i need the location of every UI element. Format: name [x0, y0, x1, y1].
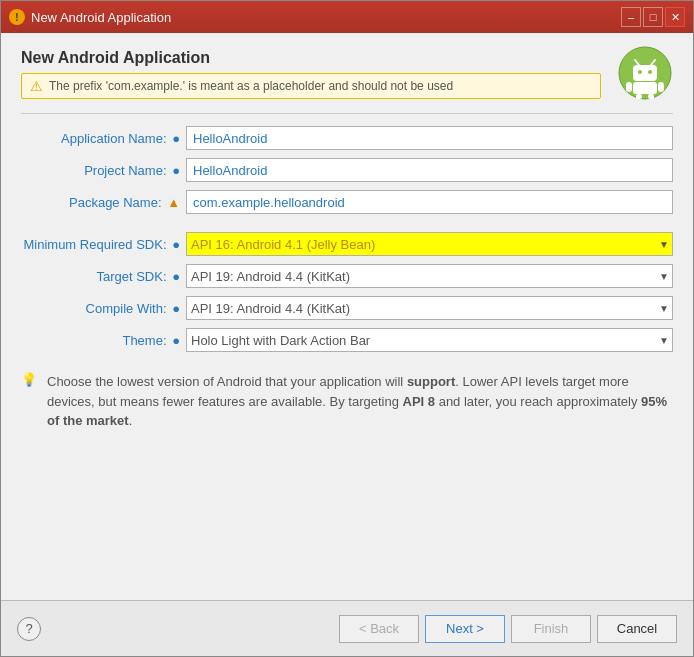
app-icon: !	[9, 9, 25, 25]
bottom-left: ?	[17, 617, 41, 641]
title-bar: ! New Android Application – □ ✕	[1, 1, 693, 33]
title-bar-left: ! New Android Application	[9, 9, 171, 25]
project-name-row: Project Name: ●	[21, 158, 673, 182]
compile-with-label: Compile With: ●	[21, 301, 186, 316]
target-sdk-row: Target SDK: ● API 19: Android 4.4 (KitKa…	[21, 264, 673, 288]
main-window: ! New Android Application – □ ✕ New Andr…	[0, 0, 694, 657]
maximize-button[interactable]: □	[643, 7, 663, 27]
min-sdk-wrapper: API 16: Android 4.1 (Jelly Bean) ▼	[186, 232, 673, 256]
min-sdk-row: Minimum Required SDK: ● API 16: Android …	[21, 232, 673, 256]
header-separator	[21, 113, 673, 114]
help-text: Choose the lowest version of Android tha…	[47, 372, 673, 431]
help-button[interactable]: ?	[17, 617, 41, 641]
target-sdk-label: Target SDK: ●	[21, 269, 186, 284]
svg-point-2	[638, 70, 642, 74]
close-button[interactable]: ✕	[665, 7, 685, 27]
android-logo	[617, 45, 673, 101]
project-name-input[interactable]	[186, 158, 673, 182]
compile-with-select[interactable]: API 19: Android 4.4 (KitKat)	[186, 296, 673, 320]
theme-row: Theme: ● Holo Light with Dark Action Bar…	[21, 328, 673, 352]
window-controls: – □ ✕	[621, 7, 685, 27]
header-row: New Android Application ⚠ The prefix 'co…	[21, 49, 673, 101]
warning-icon: ⚠	[30, 78, 43, 94]
svg-rect-6	[633, 82, 657, 94]
warning-text: The prefix 'com.example.' is meant as a …	[49, 79, 453, 93]
compile-with-wrapper: API 19: Android 4.4 (KitKat) ▼	[186, 296, 673, 320]
window-title: New Android Application	[31, 10, 171, 25]
form-area: Application Name: ● Project Name: ● Pack…	[21, 126, 673, 360]
content-area: New Android Application ⚠ The prefix 'co…	[1, 33, 693, 600]
min-sdk-select[interactable]: API 16: Android 4.1 (Jelly Bean)	[186, 232, 673, 256]
svg-rect-9	[636, 94, 642, 99]
project-name-label: Project Name: ●	[21, 163, 186, 178]
svg-rect-10	[648, 94, 654, 99]
theme-label: Theme: ●	[21, 333, 186, 348]
finish-button[interactable]: Finish	[511, 615, 591, 643]
package-name-label: Package Name: ▲	[21, 195, 186, 210]
min-sdk-label: Minimum Required SDK: ●	[21, 237, 186, 252]
next-button[interactable]: Next >	[425, 615, 505, 643]
target-sdk-wrapper: API 19: Android 4.4 (KitKat) ▼	[186, 264, 673, 288]
back-button[interactable]: < Back	[339, 615, 419, 643]
bottom-right: < Back Next > Finish Cancel	[339, 615, 677, 643]
cancel-button[interactable]: Cancel	[597, 615, 677, 643]
minimize-button[interactable]: –	[621, 7, 641, 27]
app-name-input[interactable]	[186, 126, 673, 150]
header-info: New Android Application ⚠ The prefix 'co…	[21, 49, 601, 99]
bottom-bar: ? < Back Next > Finish Cancel	[1, 600, 693, 656]
app-name-label: Application Name: ●	[21, 131, 186, 146]
svg-point-3	[648, 70, 652, 74]
theme-wrapper: Holo Light with Dark Action Bar ▼	[186, 328, 673, 352]
target-sdk-select[interactable]: API 19: Android 4.4 (KitKat)	[186, 264, 673, 288]
warning-bar: ⚠ The prefix 'com.example.' is meant as …	[21, 73, 601, 99]
svg-rect-1	[633, 65, 657, 81]
page-title: New Android Application	[21, 49, 601, 67]
compile-with-row: Compile With: ● API 19: Android 4.4 (Kit…	[21, 296, 673, 320]
svg-rect-8	[658, 82, 664, 92]
app-name-row: Application Name: ●	[21, 126, 673, 150]
svg-rect-7	[626, 82, 632, 92]
package-name-input[interactable]	[186, 190, 673, 214]
theme-select[interactable]: Holo Light with Dark Action Bar	[186, 328, 673, 352]
help-section: 💡 Choose the lowest version of Android t…	[21, 372, 673, 431]
info-icon: 💡	[21, 372, 37, 387]
package-name-row: Package Name: ▲	[21, 190, 673, 214]
